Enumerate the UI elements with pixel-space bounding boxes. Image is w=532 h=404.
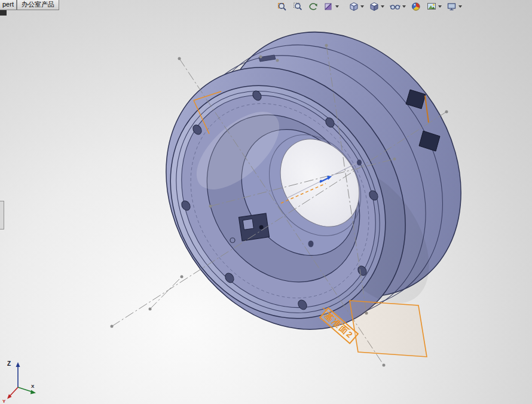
keyway-block <box>239 213 269 241</box>
orientation-triad: Z X Y <box>2 360 36 404</box>
endpoint-dot <box>178 57 181 60</box>
view-orientation-icon <box>348 1 359 12</box>
endpoint-dot <box>393 158 396 161</box>
endpoint-dot <box>259 56 262 59</box>
solidworks-window: { "window": { "tabs": [ {"label": "pert"… <box>0 0 532 404</box>
hide-show-items-button[interactable] <box>387 1 408 13</box>
endpoint-dot <box>111 325 114 328</box>
previous-view-icon <box>308 1 319 12</box>
endpoint-dot <box>181 276 184 278</box>
endpoint-dot <box>149 308 152 311</box>
apply-scene-icon <box>426 1 437 12</box>
plane-boundary[interactable] <box>350 301 427 357</box>
z-axis-label: Z <box>7 360 11 367</box>
zoom-to-fit-button[interactable] <box>275 1 289 13</box>
dropdown-caret-icon <box>381 5 384 8</box>
dropdown-caret-icon <box>360 5 364 8</box>
zoom-to-fit-icon <box>277 1 288 12</box>
edit-appearance-icon <box>411 1 421 12</box>
dropdown-caret-icon <box>458 5 462 8</box>
dropdown-caret-icon <box>335 5 339 8</box>
x-arrowhead <box>30 390 36 394</box>
hide-show-items-icon <box>389 1 401 12</box>
endpoint-dot <box>276 59 279 62</box>
zoom-to-area-button[interactable] <box>291 1 305 13</box>
tab-expert[interactable]: pert <box>0 0 17 10</box>
dropdown-caret-icon <box>402 5 406 8</box>
y-axis-label: Y <box>2 399 6 404</box>
panel-fragment <box>0 10 7 16</box>
display-style-icon <box>369 1 380 12</box>
view-settings-button[interactable] <box>445 1 464 13</box>
graphics-viewport[interactable]: Z X Y <box>0 0 532 404</box>
display-style-button[interactable] <box>367 1 386 13</box>
zoom-to-area-icon <box>292 1 303 12</box>
section-view-icon <box>323 1 334 12</box>
y-axis <box>10 387 18 396</box>
previous-view-button[interactable] <box>306 1 320 13</box>
z-arrowhead <box>16 362 20 367</box>
dropdown-caret-icon <box>438 5 442 8</box>
endpoint-dot <box>383 364 386 367</box>
endpoint-dot <box>325 44 328 47</box>
edit-appearance-button[interactable] <box>409 1 423 13</box>
apply-scene-button[interactable] <box>424 1 444 13</box>
origin-dot <box>320 180 322 182</box>
view-orientation-button[interactable] <box>347 1 366 13</box>
x-axis-label: X <box>31 384 35 389</box>
heads-up-toolbar <box>275 1 464 13</box>
command-tabs: pert 办公室产品 <box>0 0 59 10</box>
small-hole <box>308 241 314 247</box>
endpoint-dot <box>445 111 448 114</box>
small-hole <box>357 160 362 166</box>
part-model[interactable] <box>117 0 510 375</box>
view-settings-icon <box>447 1 457 12</box>
endpoint-dot <box>209 205 212 208</box>
centerline[interactable] <box>150 277 182 309</box>
tab-office-products[interactable]: 办公室产品 <box>17 0 59 10</box>
section-view-button[interactable] <box>322 1 341 13</box>
feature-panel-edge[interactable] <box>0 201 4 229</box>
